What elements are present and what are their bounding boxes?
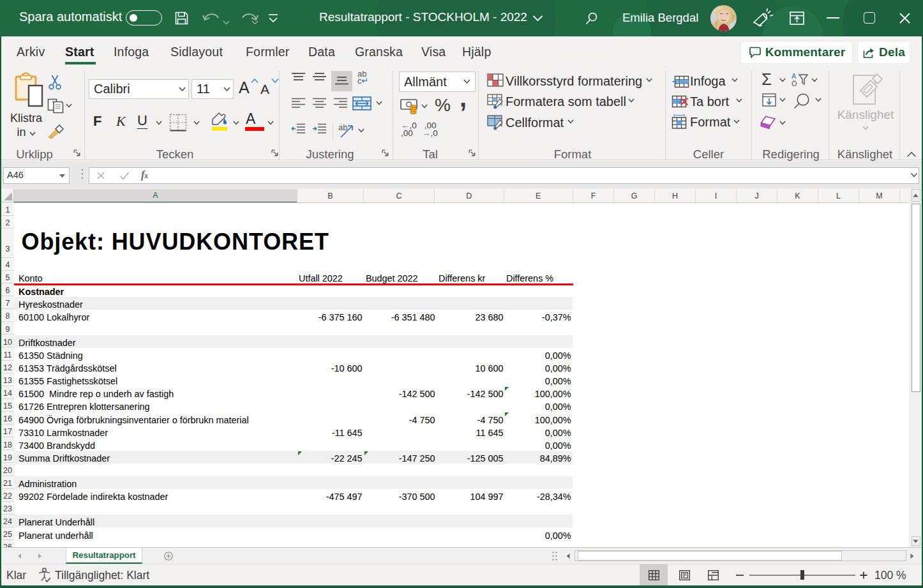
svg-text:A: A [792,72,797,80]
svg-text:Ö: Ö [792,80,797,87]
svg-text:ab: ab [338,123,347,132]
